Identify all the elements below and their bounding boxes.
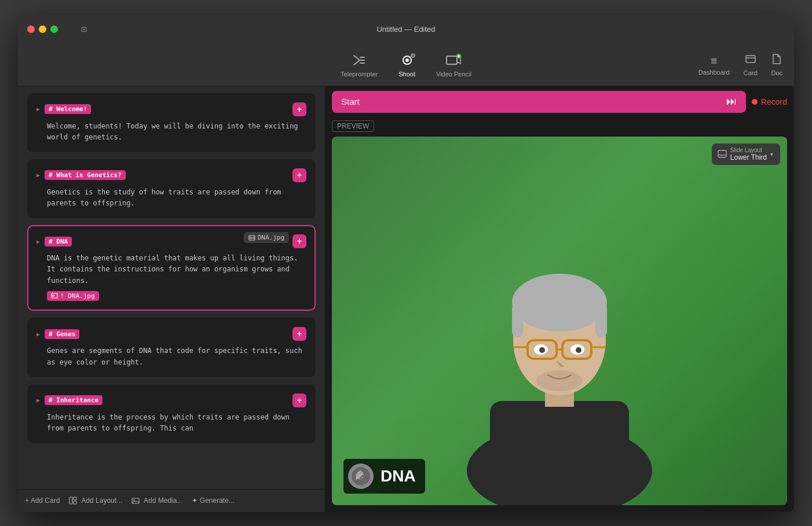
add-media-button[interactable]: Add Media... — [131, 496, 182, 505]
record-button[interactable]: Record — [752, 97, 787, 106]
svg-point-36 — [536, 370, 583, 391]
svg-point-44 — [361, 476, 363, 478]
record-label: Record — [761, 97, 787, 106]
card-genetics[interactable]: ▶ # What is Genetics? + Genetics is the … — [27, 159, 316, 218]
add-card-2-button[interactable]: + — [292, 234, 306, 248]
record-dot — [752, 99, 758, 105]
play-icon-2[interactable]: ▶ — [36, 172, 40, 178]
svg-rect-17 — [74, 501, 76, 504]
maximize-button[interactable] — [50, 25, 58, 33]
window-title: Untitled — Edited — [376, 25, 435, 34]
chevron-down-icon: ▾ — [770, 151, 773, 157]
start-button-label: Start — [341, 97, 360, 106]
svg-rect-26 — [595, 303, 607, 337]
card-genes-left: ▶ # Genes — [36, 329, 79, 339]
lower-third: DNA — [343, 459, 425, 494]
preview-panel: Start ⏭ Record PREVIEW — [325, 86, 794, 512]
inheritance-text: Inheritance is the process by which trai… — [36, 412, 306, 434]
play-icon-4[interactable]: ▶ — [36, 331, 40, 337]
card-genetics-header: ▶ # What is Genetics? + — [36, 168, 306, 182]
preview-video-area: Slide Layout Lower Third ▾ — [332, 137, 787, 505]
add-card-3-button[interactable]: + — [292, 327, 306, 341]
dna-image-tag-text: ! DNA.jpg — [60, 292, 95, 300]
genes-text: Genes are segments of DNA that code for … — [36, 345, 306, 367]
video-pencil-icon — [445, 52, 462, 68]
svg-rect-15 — [70, 497, 72, 504]
tool-video-pencil[interactable]: Video Pencil — [436, 52, 471, 78]
svg-rect-7 — [447, 56, 457, 64]
add-card-0-button[interactable]: + — [292, 102, 306, 116]
slide-layout-line1: Slide Layout — [730, 147, 762, 153]
shoot-icon — [399, 52, 415, 68]
play-icon-3[interactable]: ▶ — [36, 238, 40, 245]
tool-shoot[interactable]: Shoot — [398, 52, 415, 78]
welcome-text: Welcome, students! Today we will be divi… — [36, 121, 306, 143]
svg-rect-21 — [490, 401, 629, 494]
svg-point-43 — [363, 473, 364, 475]
card-inheritance-header: ▶ # Inheritance + — [36, 393, 306, 407]
title-center: Untitled — Edited — [376, 25, 435, 34]
script-list: ▶ # Welcome! + Welcome, students! Today … — [18, 86, 325, 489]
toolbar-tools: Teleprompter Shoot — [341, 52, 471, 78]
svg-rect-9 — [746, 56, 755, 62]
svg-point-34 — [539, 347, 545, 353]
bottom-toolbar: + Add Card Add Layout... Add Me — [18, 489, 325, 512]
toolbar-right: ≡ Dashboard Card — [698, 53, 782, 76]
dashboard-btn[interactable]: ≡ Dashboard — [698, 54, 730, 76]
welcome-tag: # Welcome! — [45, 104, 91, 114]
dna-text: DNA is the genetic material that makes u… — [36, 253, 306, 286]
shoot-label: Shoot — [398, 71, 415, 78]
card-icon — [745, 53, 756, 67]
teleprompter-icon — [351, 52, 367, 68]
skip-icon: ⏭ — [726, 95, 737, 108]
tool-teleprompter[interactable]: Teleprompter — [341, 52, 378, 78]
svg-point-45 — [359, 477, 360, 479]
svg-point-6 — [412, 55, 413, 56]
card-inheritance[interactable]: ▶ # Inheritance + Inheritance is the pro… — [27, 384, 316, 443]
card-welcome-header: ▶ # Welcome! + — [36, 102, 306, 116]
play-icon-5[interactable]: ▶ — [36, 397, 40, 403]
traffic-lights — [27, 25, 58, 33]
dashboard-icon: ≡ — [711, 54, 717, 67]
lower-third-icon — [348, 464, 374, 489]
add-layout-label: Add Layout... — [81, 496, 122, 505]
svg-point-41 — [357, 473, 359, 474]
svg-point-14 — [53, 295, 54, 297]
card-welcome[interactable]: ▶ # Welcome! + Welcome, students! Today … — [27, 93, 316, 152]
doc-btn[interactable]: Doc — [771, 53, 782, 76]
script-panel: ▶ # Welcome! + Welcome, students! Today … — [18, 86, 325, 512]
card-genes-header: ▶ # Genes + — [36, 327, 306, 341]
genes-tag: # Genes — [45, 329, 79, 339]
svg-rect-37 — [718, 150, 726, 157]
lower-third-text: DNA — [381, 467, 416, 485]
card-dna[interactable]: DNA.jpg ▶ # DNA + DNA is the genetic mat… — [27, 225, 316, 311]
green-screen: Slide Layout Lower Third ▾ — [332, 137, 787, 505]
add-card-4-button[interactable]: + — [292, 393, 306, 407]
doc-label: Doc — [771, 69, 782, 76]
preview-controls: Start ⏭ Record — [325, 86, 794, 117]
dna-image-pill-text: DNA.jpg — [258, 234, 284, 241]
genetics-tag: # What is Genetics? — [45, 170, 126, 180]
genetics-text: Genetics is the study of how traits are … — [36, 187, 306, 209]
slide-layout-line2: Lower Third — [730, 153, 767, 161]
slide-layout-button[interactable]: Slide Layout Lower Third ▾ — [712, 144, 780, 165]
card-btn[interactable]: Card — [744, 53, 758, 76]
play-icon[interactable]: ▶ — [36, 106, 40, 112]
main-content: ▶ # Welcome! + Welcome, students! Today … — [18, 86, 794, 512]
dashboard-label: Dashboard — [698, 69, 730, 76]
minimize-button[interactable] — [39, 25, 46, 33]
app-window: ⊡ Untitled — Edited Teleprompter — [18, 14, 794, 512]
add-card-1-button[interactable]: + — [292, 168, 306, 182]
close-button[interactable] — [27, 25, 35, 33]
preview-label: PREVIEW — [332, 120, 374, 132]
card-label: Card — [744, 69, 758, 76]
teleprompter-label: Teleprompter — [341, 71, 378, 78]
start-button[interactable]: Start ⏭ — [332, 91, 746, 113]
dna-tag: # DNA — [45, 237, 72, 247]
generate-button[interactable]: ✦ Generate... — [192, 496, 234, 505]
add-layout-button[interactable]: Add Layout... — [69, 496, 122, 505]
add-card-button[interactable]: + Add Card — [25, 496, 60, 505]
svg-point-12 — [250, 237, 251, 238]
card-genes[interactable]: ▶ # Genes + Genes are segments of DNA th… — [27, 318, 316, 377]
sidebar-toggle[interactable]: ⊡ — [81, 24, 87, 35]
